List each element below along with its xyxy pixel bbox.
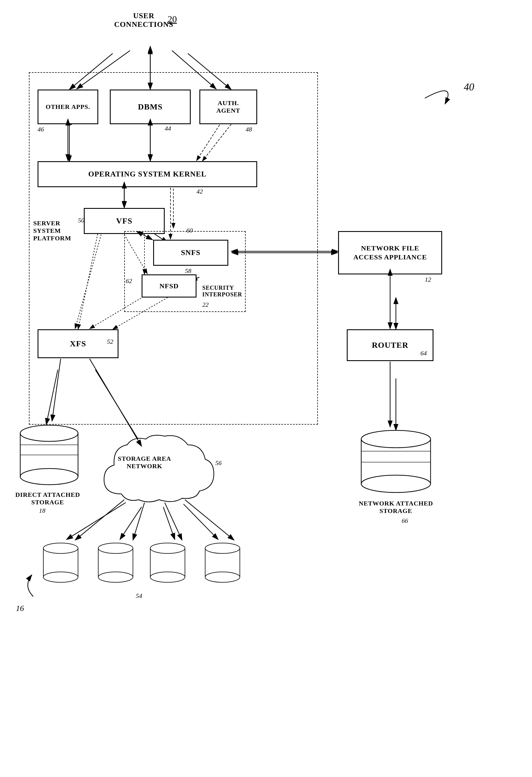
svg-point-43 — [150, 572, 185, 582]
ref-46: 46 — [37, 126, 44, 133]
san-disk-2 — [95, 540, 136, 586]
ref-54: 54 — [136, 592, 142, 600]
ref-16: 16 — [16, 604, 24, 613]
ref-62: 62 — [126, 277, 132, 285]
network-attached-storage — [355, 428, 436, 497]
san-disk-3 — [147, 540, 188, 586]
storage-area-network-label: Storage AreaNetwork — [110, 455, 179, 470]
network-file-access-box: Network FileAccess Appliance — [338, 231, 442, 274]
svg-point-42 — [150, 543, 185, 553]
svg-point-36 — [43, 543, 78, 553]
security-interposer-label: SecurityInterposer — [202, 285, 242, 298]
ref-50: 50 — [78, 217, 84, 224]
svg-point-31 — [361, 430, 431, 448]
xfs-box: xFS — [37, 329, 118, 358]
svg-point-32 — [361, 475, 431, 492]
ref-40: 40 — [464, 81, 474, 93]
ref-42: 42 — [197, 188, 203, 195]
ref-64: 64 — [420, 349, 427, 357]
svg-point-37 — [43, 572, 78, 582]
san-disk-4 — [202, 540, 243, 586]
svg-point-40 — [98, 572, 133, 582]
ref-66: 66 — [402, 517, 408, 525]
ref-20: 20 — [168, 14, 177, 24]
svg-point-27 — [20, 468, 78, 485]
san-disk-1 — [40, 540, 81, 586]
ref-56: 56 — [215, 459, 222, 467]
direct-attached-label: Direct AttachedStorage — [9, 491, 87, 506]
svg-point-39 — [98, 543, 133, 553]
vfs-box: VFS — [84, 208, 165, 234]
os-kernel-box: Operating System Kernel — [37, 161, 257, 187]
direct-attached-storage — [14, 422, 84, 488]
storage-area-network — [98, 430, 220, 511]
ref-52: 52 — [107, 338, 113, 345]
ref-18: 18 — [39, 507, 45, 515]
server-system-platform-label: ServerSystemPlatform — [33, 220, 71, 242]
snfs-box: SNFS — [153, 240, 228, 266]
ref-58: 58 — [185, 267, 191, 275]
ref-60: 60 — [186, 227, 193, 234]
ref-48: 48 — [246, 126, 252, 133]
svg-point-26 — [20, 425, 78, 441]
diagram-container: ServerSystemPlatform 40 UserConnections … — [0, 0, 532, 777]
nfsd-box: NFSd — [141, 274, 197, 298]
ref-44: 44 — [165, 125, 171, 132]
other-apps-box: Other Apps. — [37, 90, 98, 124]
ref-22: 22 — [202, 301, 209, 309]
user-connections-label: UserConnections — [114, 12, 174, 29]
network-attached-label: Network AttachedStorage — [347, 500, 445, 515]
dbms-box: DBMS — [110, 90, 191, 124]
auth-agent-box: Auth.Agent — [199, 90, 257, 124]
ref-12: 12 — [425, 276, 431, 284]
svg-point-46 — [205, 572, 240, 582]
svg-point-45 — [205, 543, 240, 553]
